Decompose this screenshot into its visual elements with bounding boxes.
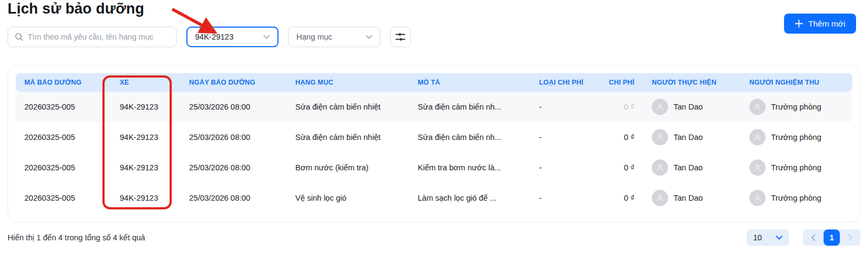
person-icon [753, 194, 762, 202]
person-icon [656, 163, 664, 172]
cost-cell: 0 ₫ [594, 194, 643, 202]
description-cell: Sửa điện cảm biến nh... [409, 103, 530, 111]
add-new-button[interactable]: Thêm mới [784, 14, 856, 34]
cost-cell: 0 ₫ [594, 133, 643, 142]
category-filter-label: Hạng mục [296, 33, 332, 41]
category-cell: Sửa điện cảm biến nhiệt [287, 133, 409, 142]
person-icon [656, 133, 664, 142]
cost-type-cell: - [530, 194, 594, 202]
table-footer: Hiển thị 1 đến 4 trong tổng số 4 kết quả… [8, 222, 860, 253]
vehicle-filter-select[interactable]: 94K-29123 [186, 27, 278, 47]
person-icon [753, 163, 762, 172]
search-icon [15, 33, 23, 41]
vehicle-filter-value: 94K-29123 [195, 33, 234, 41]
column-header: HẠNG MỤC [287, 79, 409, 86]
approver-name: Trưởng phòng [771, 103, 821, 111]
chevron-down-icon [263, 35, 270, 39]
column-header: MÔ TẢ [409, 79, 530, 86]
table-body: 20260325-005 94K-29123 25/03/2026 08:00 … [16, 92, 852, 213]
chevron-down-icon [776, 235, 782, 240]
description-cell: Sửa điện cảm biến nh... [409, 133, 530, 142]
filter-toolbar: 94K-29123 Hạng mục [8, 27, 411, 47]
next-page-button[interactable] [843, 229, 857, 246]
approver-name: Trưởng phòng [771, 133, 821, 142]
date-cell: 25/03/2026 08:00 [180, 133, 287, 142]
code-cell: 20260325-005 [16, 163, 111, 172]
page-size-value: 10 [753, 233, 762, 242]
table-row[interactable]: 20260325-005 94K-29123 25/03/2026 08:00 … [16, 183, 852, 213]
column-header: XE [111, 79, 180, 86]
code-cell: 20260325-005 [16, 194, 111, 202]
avatar [749, 129, 766, 145]
person-icon [753, 103, 762, 111]
search-box[interactable] [8, 27, 177, 47]
vehicle-cell: 94K-29123 [111, 163, 180, 172]
performer-cell: Tan Dao [643, 190, 741, 206]
category-cell: Sửa điện cảm biến nhiệt [287, 103, 409, 111]
performer-cell: Tan Dao [643, 159, 741, 176]
vehicle-cell: 94K-29123 [111, 133, 180, 142]
column-header: NGÀY BẢO DƯỠNG [180, 79, 287, 86]
advanced-filter-button[interactable] [390, 27, 411, 47]
avatar [652, 129, 668, 145]
chevron-left-icon [811, 234, 815, 241]
page-number-button[interactable]: 1 [824, 229, 840, 246]
vehicle-cell: 94K-29123 [111, 194, 180, 202]
table-header-row: MÃ BẢO DƯỠNGXENGÀY BẢO DƯỠNGHẠNG MỤCMÔ T… [16, 73, 852, 92]
avatar [749, 159, 766, 176]
date-cell: 25/03/2026 08:00 [180, 103, 287, 111]
column-header: CHI PHÍ [594, 79, 643, 86]
column-header: NGƯỜI THỰC HIỆN [643, 79, 741, 86]
performer-name: Tan Dao [673, 133, 703, 142]
approver-cell: Trưởng phòng [741, 159, 852, 176]
avatar [652, 159, 668, 176]
page-size-select[interactable]: 10 [747, 229, 789, 246]
approver-name: Trưởng phòng [771, 194, 821, 202]
code-cell: 20260325-005 [16, 133, 111, 142]
column-header: LOẠI CHI PHÍ [530, 79, 594, 86]
performer-name: Tan Dao [673, 163, 703, 172]
performer-cell: Tan Dao [643, 99, 741, 115]
cost-type-cell: - [530, 163, 594, 172]
plus-icon [795, 20, 803, 28]
maintenance-table-card: MÃ BẢO DƯỠNGXENGÀY BẢO DƯỠNGHẠNG MỤCMÔ T… [8, 65, 860, 222]
previous-page-button[interactable] [806, 229, 820, 246]
performer-cell: Tan Dao [643, 129, 741, 145]
person-icon [753, 133, 762, 142]
search-input[interactable] [28, 33, 170, 41]
avatar [749, 190, 766, 206]
sliders-icon [395, 32, 406, 42]
approver-name: Trưởng phòng [771, 163, 821, 172]
cost-cell: 0 ₫ [594, 163, 643, 172]
chevron-right-icon [848, 234, 852, 241]
person-icon [656, 103, 664, 111]
add-new-button-label: Thêm mới [808, 19, 845, 28]
category-filter-select[interactable]: Hạng mục [288, 27, 380, 47]
vehicle-cell: 94K-29123 [111, 103, 180, 111]
description-cell: Làm sạch lọc gió để ... [409, 194, 530, 202]
pagination: 10 1 [747, 229, 860, 246]
cost-type-cell: - [530, 133, 594, 142]
performer-name: Tan Dao [673, 103, 703, 111]
category-cell: Vệ sinh lọc gió [287, 194, 409, 202]
page-navigator: 1 [803, 229, 860, 246]
avatar [652, 99, 668, 115]
date-cell: 25/03/2026 08:00 [180, 163, 287, 172]
date-cell: 25/03/2026 08:00 [180, 194, 287, 202]
table-row[interactable]: 20260325-005 94K-29123 25/03/2026 08:00 … [16, 92, 852, 122]
column-header: NGƯỜI NGHIỆM THU [741, 79, 852, 86]
table-row[interactable]: 20260325-005 94K-29123 25/03/2026 08:00 … [16, 152, 852, 183]
approver-cell: Trưởng phòng [741, 99, 852, 115]
category-cell: Bơm nước (kiểm tra) [287, 163, 409, 172]
approver-cell: Trưởng phòng [741, 190, 852, 206]
person-icon [656, 194, 664, 202]
chevron-down-icon [366, 35, 372, 39]
page-title: Lịch sử bảo dưỡng [8, 1, 144, 17]
cost-type-cell: - [530, 103, 594, 111]
table-row[interactable]: 20260325-005 94K-29123 25/03/2026 08:00 … [16, 122, 852, 152]
results-summary: Hiển thị 1 đến 4 trong tổng số 4 kết quả [8, 233, 145, 242]
maintenance-history-page: Lịch sử bảo dưỡng Thêm mới 94K-29123 Hạn… [0, 0, 868, 262]
approver-cell: Trưởng phòng [741, 129, 852, 145]
avatar [652, 190, 668, 206]
code-cell: 20260325-005 [16, 103, 111, 111]
